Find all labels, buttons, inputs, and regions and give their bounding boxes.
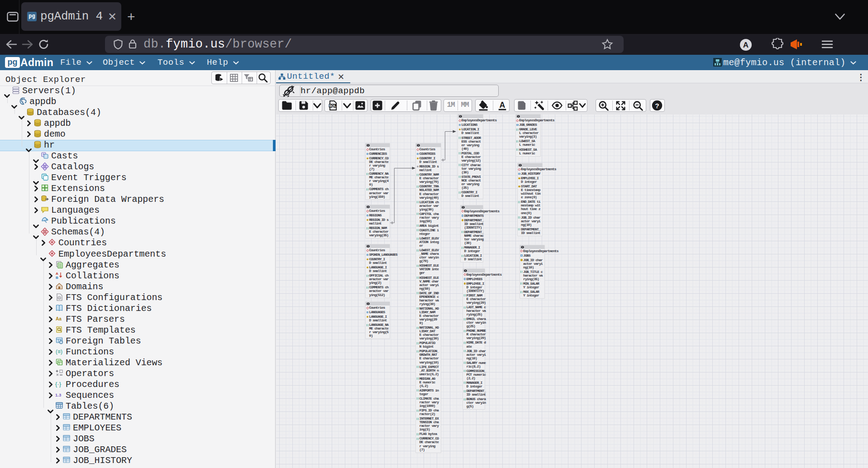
svg-text:A: A xyxy=(743,41,749,49)
svg-text:SQL: SQL xyxy=(329,104,336,108)
svg-text:A: A xyxy=(56,272,58,276)
svg-text:1.3: 1.3 xyxy=(55,392,61,397)
svg-text:Aa: Aa xyxy=(56,316,62,321)
svg-text:{·}: {·} xyxy=(55,381,62,387)
svg-text:B: B xyxy=(56,276,58,280)
svg-text:(≡): (≡) xyxy=(56,349,62,355)
svg-text:?: ? xyxy=(655,102,659,110)
svg-text:A: A xyxy=(500,100,506,109)
